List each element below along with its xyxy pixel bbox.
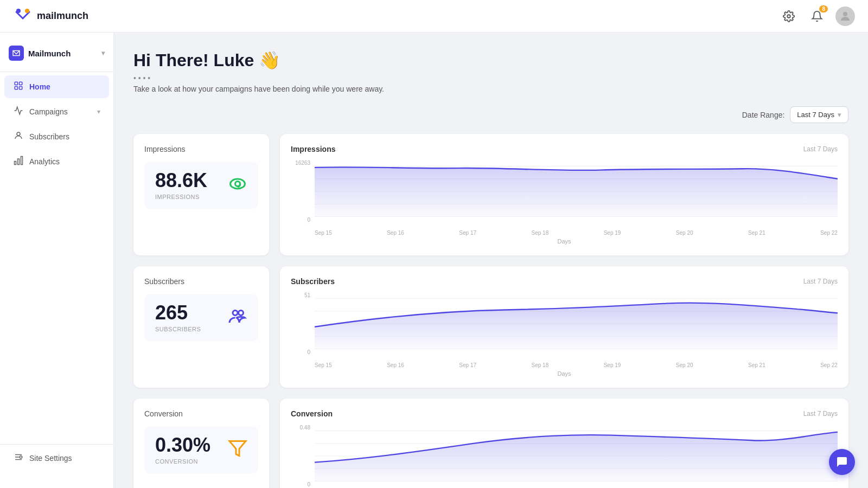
subscribers-icon	[13, 131, 24, 143]
impressions-days-label: Days	[291, 238, 838, 245]
users-icon	[228, 306, 247, 330]
impressions-stat-inner: 88.6K IMPRESSIONS	[144, 162, 258, 209]
filter-icon	[228, 439, 247, 462]
subscribers-stat-card: Subscribers 265 SUBSCRIBERS	[133, 266, 269, 388]
date-range-value: Last 7 Days	[797, 111, 834, 119]
subscribers-chart-card: Subscribers Last 7 Days 51 0	[280, 266, 848, 388]
svg-point-24	[233, 310, 238, 315]
sidebar-brand-label: Mailmunch	[28, 49, 71, 58]
svg-point-2	[25, 9, 29, 13]
sub-y-max: 51	[291, 292, 310, 298]
subscribers-row: Subscribers 265 SUBSCRIBERS	[133, 266, 848, 388]
sidebar-brand[interactable]: Mailmunch ▾	[0, 41, 113, 69]
svg-rect-7	[15, 87, 17, 89]
sidebar-item-home[interactable]: Home	[4, 75, 109, 98]
svg-rect-0	[13, 7, 33, 26]
date-range-chevron-icon: ▾	[838, 111, 841, 119]
sidebar-brand-chevron: ▾	[101, 49, 105, 57]
conversion-chart-title: Conversion	[291, 409, 333, 418]
impressions-x-axis: Sep 15 Sep 16 Sep 17 Sep 18 Sep 19 Sep 2…	[315, 230, 838, 236]
subscribers-x-axis: Sep 15 Sep 16 Sep 17 Sep 18 Sep 19 Sep 2…	[315, 362, 838, 368]
notification-badge: 8	[819, 5, 828, 12]
impressions-stat-title: Impressions	[144, 145, 258, 153]
settings-icon	[783, 10, 795, 22]
conversion-chart-header: Conversion Last 7 Days	[291, 409, 838, 418]
impressions-value: 88.6K	[155, 171, 207, 190]
conversion-chart-card: Conversion Last 7 Days 0.48 0	[280, 399, 848, 488]
sidebar-item-campaigns-label: Campaigns	[29, 107, 68, 116]
date-range-row: Date Range: Last 7 Days ▾	[133, 106, 848, 123]
svg-rect-6	[20, 82, 22, 85]
svg-rect-12	[21, 157, 23, 165]
greeting-section: Hi There! Luke 👋 • • • • Take a look at …	[133, 50, 848, 93]
impressions-chart-body	[315, 160, 838, 223]
conversion-value: 0.30%	[155, 435, 210, 455]
conversion-stat-title: Conversion	[144, 409, 258, 418]
conversion-label: CONVERSION	[155, 458, 210, 465]
chat-icon	[835, 455, 848, 468]
topnav: mailmunch 8	[0, 0, 868, 33]
conv-y-max: 0.48	[291, 425, 310, 431]
sidebar-item-site-settings-label: Site Settings	[29, 454, 72, 463]
main-layout: Mailmunch ▾ Home Campaigns ▾ Subscribers	[0, 33, 868, 488]
svg-point-9	[17, 132, 20, 136]
sidebar: Mailmunch ▾ Home Campaigns ▾ Subscribers	[0, 33, 114, 488]
impressions-chart-period: Last 7 Days	[803, 145, 838, 153]
impressions-chart-header: Impressions Last 7 Days	[291, 145, 838, 153]
greeting-title: Hi There! Luke 👋	[133, 50, 848, 70]
subscribers-chart-body	[315, 292, 838, 355]
x-label-6: Sep 20	[676, 230, 693, 236]
subscribers-chart-area: 51 0	[291, 292, 838, 368]
subscribers-days-label: Days	[291, 370, 838, 377]
subscribers-chart-header: Subscribers Last 7 Days	[291, 277, 838, 286]
sidebar-divider-top	[0, 72, 113, 72]
subscribers-value: 265	[155, 303, 201, 323]
sidebar-item-analytics[interactable]: Analytics	[4, 150, 109, 173]
impressions-chart-title: Impressions	[291, 145, 335, 153]
x-label-8: Sep 22	[820, 230, 838, 236]
conversion-y-axis: 0.48 0	[291, 425, 312, 487]
logo[interactable]: mailmunch	[13, 7, 88, 26]
user-avatar-btn[interactable]	[835, 7, 855, 26]
svg-rect-11	[18, 159, 20, 165]
subscribers-stat-title: Subscribers	[144, 277, 258, 286]
impressions-stat-card: Impressions 88.6K IMPRESSIONS	[133, 134, 269, 255]
date-range-label: Date Range:	[742, 111, 785, 119]
sidebar-bottom: Site Settings	[0, 442, 113, 479]
greeting-subtitle: • • • •	[133, 74, 848, 82]
main-content: Hi There! Luke 👋 • • • • Take a look at …	[114, 33, 868, 488]
conversion-chart-area: 0.48 0	[291, 425, 838, 488]
logo-text: mailmunch	[37, 10, 88, 22]
settings-icon-btn[interactable]	[779, 7, 799, 26]
sidebar-item-campaigns[interactable]: Campaigns ▾	[4, 100, 109, 123]
svg-marker-31	[229, 441, 246, 455]
conversion-row: Conversion 0.30% CONVERSION Conversion	[133, 399, 848, 488]
date-range-select[interactable]: Last 7 Days ▾	[790, 106, 848, 123]
campaigns-chevron: ▾	[97, 108, 100, 115]
subscribers-y-axis: 51 0	[291, 292, 312, 355]
sub-x-label-4: Sep 18	[532, 362, 549, 368]
svg-rect-5	[15, 82, 17, 85]
x-label-2: Sep 16	[387, 230, 404, 236]
conversion-stat-inner: 0.30% CONVERSION	[144, 427, 258, 473]
subscribers-chart-title: Subscribers	[291, 277, 335, 286]
logo-icon	[13, 7, 33, 26]
svg-point-16	[20, 456, 22, 459]
sub-x-label-8: Sep 22	[820, 362, 838, 368]
sidebar-item-subscribers-label: Subscribers	[29, 132, 69, 141]
x-label-4: Sep 18	[532, 230, 549, 236]
svg-point-1	[16, 9, 21, 13]
campaigns-icon	[13, 106, 24, 118]
sidebar-brand-icon	[9, 46, 24, 61]
impressions-chart-card: Impressions Last 7 Days 16263 0	[280, 134, 848, 255]
impressions-row: Impressions 88.6K IMPRESSIONS	[133, 134, 848, 255]
sidebar-item-analytics-label: Analytics	[29, 157, 60, 166]
sidebar-item-subscribers[interactable]: Subscribers	[4, 125, 109, 148]
sub-x-label-6: Sep 20	[676, 362, 693, 368]
notification-btn[interactable]: 8	[807, 7, 827, 26]
chat-bubble-btn[interactable]	[829, 449, 855, 475]
impressions-y-max: 16263	[291, 160, 310, 166]
sidebar-item-site-settings[interactable]: Site Settings	[4, 447, 109, 470]
conv-y-min: 0	[291, 481, 310, 487]
avatar-icon	[839, 10, 852, 23]
